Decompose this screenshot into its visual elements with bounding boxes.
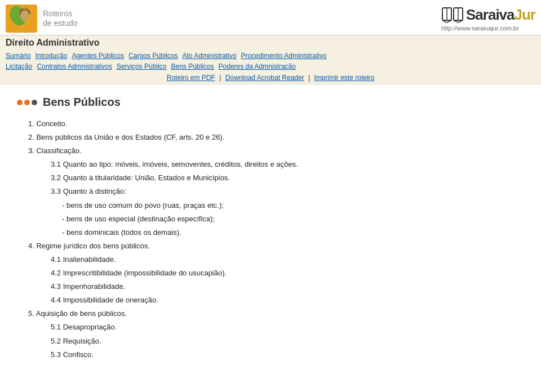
bullet-1	[17, 100, 23, 105]
logo-line1: Roteiros	[43, 9, 78, 19]
nav-procedimento[interactable]: Procedimento Administrativo	[241, 52, 327, 60]
list-item: 5.1 Desapropriação.	[51, 321, 524, 333]
nav-contratos[interactable]: Contratos Admnistrativos	[37, 63, 112, 70]
list-item: 2. Bens públicos da União e dos Estados …	[28, 131, 524, 144]
book-icon	[441, 6, 464, 24]
header: Roteiros de estudo SaraivaJur	[0, 0, 541, 35]
separator2: |	[308, 74, 310, 82]
nav-licitacao[interactable]: Licitação	[6, 63, 32, 70]
nav-bens[interactable]: Bens Públicos	[171, 63, 214, 70]
bullet-2	[24, 100, 30, 105]
main-content: Bens Públicos 1. Conceito. 2. Bens públi…	[0, 84, 541, 373]
list-item: 3.3 Quanto à distinção:	[51, 185, 524, 198]
saraiva-url: http://www.saraivajur.com.br	[441, 25, 519, 32]
list-item: 4.1 Inalienabilidade.	[51, 253, 524, 266]
saraiva-brand: SaraivaJur	[441, 6, 535, 24]
separator1: |	[219, 74, 221, 82]
pdf-row: Roteiro em PDF | Download Acrobat Reader…	[0, 73, 541, 84]
nav-agentes[interactable]: Agentes Públicos	[72, 52, 124, 60]
header-left: Roteiros de estudo	[6, 5, 78, 33]
logo-line2: de estudo	[43, 19, 78, 28]
nav-row2: Licitação Contratos Admnistrativos Servi…	[0, 61, 541, 73]
saraiva-brand-name: SaraivaJur	[466, 6, 535, 24]
nav-introducao[interactable]: Introdução	[36, 52, 68, 60]
list-item: 4.2 Imprescritibilidade (impossibilidade…	[51, 267, 524, 279]
saraiva-logo: SaraivaJur http://www.saraivajur.com.br	[441, 6, 535, 32]
nav-area: Direito Administrativo Sumário Introduçã…	[0, 35, 541, 84]
list-item: - bens de uso especial (destinação espec…	[62, 213, 524, 225]
nav-poderes[interactable]: Poderes da Admnistração	[219, 63, 296, 70]
content-list: 1. Conceito. 2. Bens públicos da União e…	[17, 118, 524, 361]
nav-row1: Sumário Introdução Agentes Públicos Carg…	[0, 50, 541, 61]
nav-servicos[interactable]: Serviços Público	[117, 63, 167, 70]
title-bar: Direito Administrativo	[0, 35, 541, 50]
bullets	[17, 100, 37, 105]
list-item: 4.4 Impossibilidade de oneração.	[51, 294, 524, 306]
list-item: 3.2 Quanto à titularidade: União, Estado…	[51, 172, 524, 184]
list-item: 4.3 Impenhorabilidade.	[51, 280, 524, 293]
link-imprimir[interactable]: Imprimir este roteiro	[314, 74, 375, 82]
list-item: 5.3 Confisco.	[51, 349, 524, 361]
logo-text: Roteiros de estudo	[43, 9, 78, 28]
list-item: - bens dominicais (todos os demais).	[62, 226, 524, 239]
list-item: 5. Aquisição de bens públicos.	[28, 308, 524, 320]
section-title-text: Bens Públicos	[43, 96, 121, 109]
nav-sumario[interactable]: Sumário	[6, 52, 31, 60]
roteiro-logo-icon	[6, 5, 37, 33]
list-item: 3. Classificação.	[28, 145, 524, 157]
svg-point-3	[20, 10, 29, 21]
list-item: 5.2 Requisição.	[51, 335, 524, 348]
list-item: 1. Conceito.	[28, 118, 524, 130]
link-download-acrobat[interactable]: Download Acrobat Reader	[225, 74, 304, 82]
link-roteiro-pdf[interactable]: Roteiro em PDF	[167, 74, 215, 82]
nav-ato[interactable]: Ato Administrativo	[183, 52, 237, 60]
list-item: - bens de uso comum do povo (ruas, praça…	[62, 199, 524, 212]
nav-cargos[interactable]: Cargos Públicos	[128, 52, 178, 60]
section-title: Bens Públicos	[17, 96, 524, 109]
list-item: 4. Regime jurídico dos bens públicos.	[28, 240, 524, 252]
list-item: 3.1 Quanto ao tipo: móveis, imóveis, sem…	[51, 158, 524, 171]
header-right: SaraivaJur http://www.saraivajur.com.br	[441, 6, 535, 32]
page-title: Direito Administrativo	[6, 38, 100, 47]
bullet-3	[32, 100, 37, 105]
